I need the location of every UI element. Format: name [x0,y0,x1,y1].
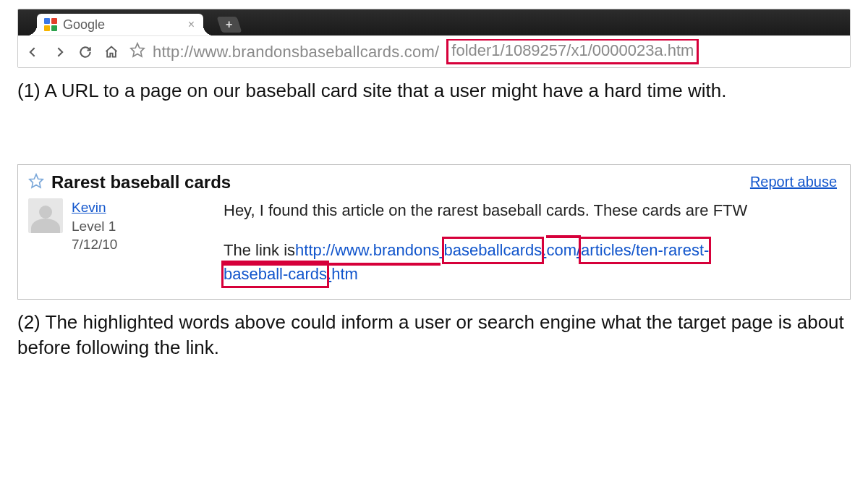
forum-post: Rarest baseball cards Report abuse Kevin… [17,164,851,300]
svg-marker-1 [30,174,43,187]
report-abuse-link[interactable]: Report abuse [750,174,837,190]
google-favicon [44,18,57,31]
forum-header: Rarest baseball cards Report abuse [28,172,838,193]
post-link-line: The link is http://www.brandons baseball… [224,238,838,286]
link-seg-baseball-cards[interactable]: baseball-cards [224,262,327,286]
link-seg-1[interactable]: http://www.brandons [295,238,439,262]
favorite-star-icon[interactable] [28,173,44,192]
post-date: 7/12/10 [72,235,117,254]
forward-button[interactable] [51,44,67,60]
browser-chrome: Google × + http://www.brandonsbaseballca… [17,9,851,68]
back-button[interactable] [25,44,41,60]
author-link[interactable]: Kevin [72,200,106,215]
link-seg-com[interactable]: com [546,238,576,262]
caption-1: (1) A URL to a page on our baseball card… [17,78,851,103]
thread-title: Rarest baseball cards [51,172,231,193]
browser-toolbar: http://www.brandonsbaseballcards.com/fol… [18,35,850,67]
bookmark-star-icon[interactable] [129,42,145,62]
post-row: Kevin Level 1 7/12/10 Hey, I found this … [28,198,838,286]
home-button[interactable] [103,44,119,60]
svg-marker-0 [131,43,144,56]
post-meta: Kevin Level 1 7/12/10 [28,198,224,286]
close-tab-icon[interactable]: × [188,19,195,30]
reload-button[interactable] [77,44,93,60]
link-seg-articles[interactable]: articles/ten-rarest- [581,238,709,262]
tab-strip: Google × + [18,9,850,35]
link-seg-baseballcards[interactable]: baseballcards [444,238,542,262]
post-message: Hey, I found this article on the rarest … [224,198,838,222]
tab-title: Google [63,17,182,33]
new-tab-button[interactable]: + [216,17,242,33]
post-body: Hey, I found this article on the rarest … [224,198,838,286]
link-seg-htm[interactable]: htm [331,262,358,286]
address-bar[interactable]: http://www.brandonsbaseballcards.com/fol… [129,39,843,65]
link-prefix: The link is [224,238,295,262]
author-level: Level 1 [72,217,117,236]
avatar [28,198,63,233]
url-highlight: folder1/1089257/x1/0000023a.htm [446,39,699,64]
caption-2: (2) The highlighted words above could in… [17,310,851,360]
url-base: http://www.brandonsbaseballcards.com/ [153,43,439,62]
browser-tab[interactable]: Google × [37,14,203,35]
